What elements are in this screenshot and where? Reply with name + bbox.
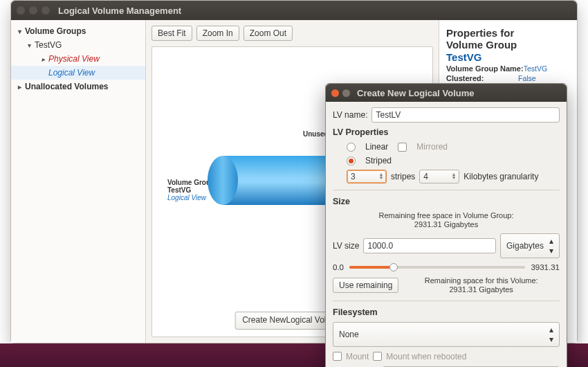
chevron-right-icon: ▸ (42, 55, 48, 63)
chevron-updown-icon: ▴▾ (549, 325, 553, 344)
lv-size-label: LV size (333, 241, 359, 251)
remaining-free-line: 2931.31 Gigabytes (333, 220, 560, 229)
button-line: Create New (242, 316, 286, 325)
filesystem-combo[interactable]: None ▴▾ (333, 322, 560, 347)
chevron-down-icon: ▾ (28, 42, 35, 49)
mirrored-checkbox (398, 143, 407, 152)
properties-heading: Volume Group (446, 39, 517, 51)
slider-max: 3931.31 (531, 263, 560, 271)
granularity-label: Kilobytes granularity (463, 172, 538, 181)
lv-size-slider[interactable] (349, 266, 525, 269)
tree-volume-groups[interactable]: ▾ Volume Groups (11, 24, 145, 38)
remaining-free-line: Remaining free space in Volume Group: (333, 211, 560, 220)
filesystem-label: Filesystem (333, 307, 560, 317)
use-remaining-button[interactable]: Use remaining (333, 278, 398, 293)
slider-min: 0.0 (333, 263, 344, 271)
tree-vg-testvg[interactable]: ▾ TestVG (11, 38, 145, 52)
lv-size-input[interactable] (363, 238, 496, 253)
dialog-window-controls (331, 89, 350, 97)
tree-label: Logical View (48, 68, 95, 78)
chevron-right-icon: ▸ (18, 83, 25, 91)
slider-fill (349, 266, 394, 269)
properties-vgname: TestVG (446, 51, 481, 63)
prop-val: TestVG (524, 64, 547, 73)
dialog-title: Create New Logical Volume (357, 88, 475, 98)
mount-checkbox (333, 352, 342, 361)
linear-label: Linear (365, 142, 388, 152)
striped-radio[interactable] (347, 156, 356, 165)
prop-row: Volume Group Name:TestVG (446, 64, 570, 73)
size-label: Size (333, 197, 560, 206)
chevron-updown-icon: ▴▾ (549, 236, 553, 256)
zoom-out-button[interactable]: Zoom Out (244, 26, 293, 41)
stripes-count-spin[interactable]: 3 ▴▾ (347, 170, 387, 184)
tree-label: Physical View (48, 54, 100, 64)
stripes-word: stripes (391, 172, 415, 181)
tree-label: Volume Groups (25, 26, 86, 36)
remaining-vol-line: Remaining space for this Volume: (403, 276, 560, 285)
spin-value: 4 (423, 172, 428, 181)
tree-unallocated-volumes[interactable]: ▸ Unallocated Volumes (11, 80, 145, 93)
close-icon[interactable] (331, 89, 339, 97)
main-titlebar: Logical Volume Management (11, 1, 577, 20)
mount-reboot-label: Mount when rebooted (386, 352, 466, 361)
lv-size-unit-combo[interactable]: Gigabytes ▴▾ (500, 233, 560, 258)
window-controls (17, 6, 50, 15)
mirrored-label: Mirrored (416, 142, 448, 152)
create-lv-dialog: Create New Logical Volume LV name: LV Pr… (325, 83, 567, 367)
lv-properties-label: LV Properties (333, 127, 560, 137)
combo-value: Gigabytes (506, 241, 544, 251)
minimize-icon[interactable] (342, 89, 350, 97)
best-fit-button[interactable]: Best Fit (151, 26, 192, 41)
lv-name-input[interactable] (371, 107, 560, 123)
slider-thumb[interactable] (389, 263, 398, 271)
tree-logical-view[interactable]: Logical View (11, 66, 145, 80)
svg-point-1 (208, 156, 238, 205)
prop-key: Clustered: (446, 74, 518, 82)
prop-key: Volume Group Name: (446, 64, 524, 73)
tree-physical-view[interactable]: ▸ Physical View (11, 52, 145, 66)
prop-row: Clustered:False (446, 74, 570, 82)
lv-name-label: LV name: (333, 110, 367, 120)
prop-val: False (518, 74, 536, 82)
window-title: Logical Volume Management (58, 6, 181, 16)
tree-label: Unallocated Volumes (25, 82, 108, 91)
spin-caret-icon: ▴▾ (380, 173, 383, 180)
remaining-vol-line: 2931.31 Gigabytes (403, 285, 560, 294)
dialog-titlebar: Create New Logical Volume (326, 84, 567, 102)
sidebar-tree: ▾ Volume Groups ▾ TestVG ▸ Physical View… (11, 20, 146, 343)
chevron-down-icon: ▾ (18, 28, 25, 35)
spin-caret-icon: ▴▾ (452, 173, 455, 180)
zoom-in-button[interactable]: Zoom In (196, 26, 239, 41)
maximize-icon[interactable] (42, 6, 50, 15)
stripe-kb-spin[interactable]: 4 ▴▾ (419, 170, 459, 184)
mount-reboot-checkbox (373, 352, 382, 361)
minimize-icon[interactable] (29, 6, 37, 15)
close-icon[interactable] (17, 6, 25, 15)
mount-label: Mount (346, 352, 369, 361)
linear-radio[interactable] (347, 143, 356, 152)
toolbar: Best Fit Zoom In Zoom Out (151, 26, 433, 41)
tree-label: TestVG (35, 40, 62, 50)
properties-heading: Properties for (446, 27, 514, 39)
spin-value: 3 (351, 172, 356, 181)
striped-label: Striped (365, 156, 392, 165)
combo-value: None (339, 330, 359, 339)
